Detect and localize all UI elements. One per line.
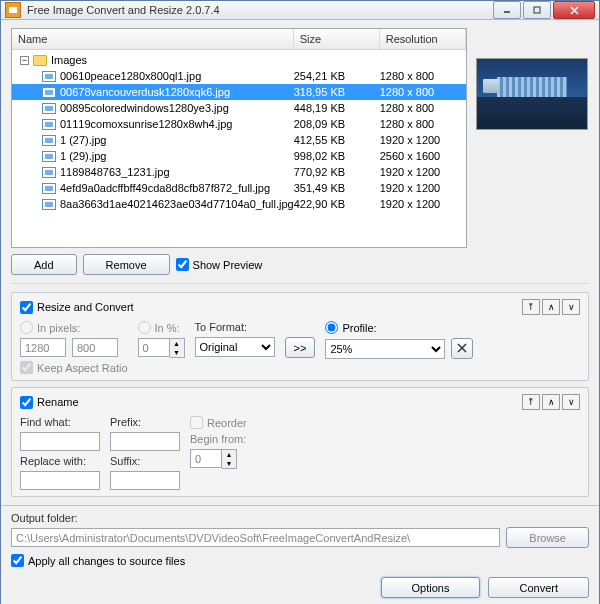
table-row[interactable]: 01119comoxsunrise1280x8wh4.jpg208,09 KB1… xyxy=(12,116,466,132)
apply-all-checkbox[interactable]: Apply all changes to source files xyxy=(11,554,589,567)
arrow-button[interactable]: >> xyxy=(285,337,316,358)
table-row[interactable]: 00895coloredwindows1280ye3.jpg448,19 KB1… xyxy=(12,100,466,116)
width-input[interactable] xyxy=(20,338,66,357)
browse-button[interactable]: Browse xyxy=(506,527,589,548)
col-header-name[interactable]: Name xyxy=(12,29,294,49)
find-what-input[interactable] xyxy=(20,432,100,451)
in-pixels-radio[interactable]: In pixels: xyxy=(20,321,128,334)
svg-rect-1 xyxy=(534,7,540,13)
file-size: 208,09 KB xyxy=(294,118,380,130)
file-size: 448,19 KB xyxy=(294,102,380,114)
panel-down-button[interactable]: ∨ xyxy=(562,299,580,315)
panel-down-button[interactable]: ∨ xyxy=(562,394,580,410)
file-list[interactable]: Name Size Resolution −Images00610peace12… xyxy=(11,28,467,248)
resize-convert-checkbox[interactable]: Resize and Convert xyxy=(20,301,134,314)
file-name: 00610peace1280x800ql1.jpg xyxy=(60,70,201,82)
file-res: 1920 x 1200 xyxy=(380,182,466,194)
panel-top-button[interactable]: ⤒ xyxy=(522,299,540,315)
image-file-icon xyxy=(42,87,56,98)
file-res: 1280 x 800 xyxy=(380,70,466,82)
file-res: 1280 x 800 xyxy=(380,118,466,130)
file-size: 770,92 KB xyxy=(294,166,380,178)
file-size: 998,02 KB xyxy=(294,150,380,162)
file-size: 422,90 KB xyxy=(294,198,380,210)
image-file-icon xyxy=(42,119,56,130)
file-size: 254,21 KB xyxy=(294,70,380,82)
table-row[interactable]: 00678vancouverdusk1280xqk6.jpg318,95 KB1… xyxy=(12,84,466,100)
file-name: 1 (29).jpg xyxy=(60,150,106,162)
file-res: 1920 x 1200 xyxy=(380,198,466,210)
options-button[interactable]: Options xyxy=(381,577,481,598)
to-format-label: To Format: xyxy=(195,321,275,333)
file-res: 1920 x 1200 xyxy=(380,166,466,178)
rename-checkbox[interactable]: Rename xyxy=(20,396,79,409)
app-icon xyxy=(5,2,21,18)
height-input[interactable] xyxy=(72,338,118,357)
spin-down-icon[interactable]: ▼ xyxy=(170,348,184,357)
profile-delete-button[interactable] xyxy=(451,338,473,359)
file-res: 2560 x 1600 xyxy=(380,150,466,162)
image-file-icon xyxy=(42,71,56,82)
output-folder-input[interactable] xyxy=(11,528,500,547)
suffix-input[interactable] xyxy=(110,471,180,490)
file-size: 412,55 KB xyxy=(294,134,380,146)
image-file-icon xyxy=(42,135,56,146)
reorder-checkbox[interactable]: Reorder xyxy=(190,416,247,429)
panel-up-button[interactable]: ∧ xyxy=(542,299,560,315)
image-file-icon xyxy=(42,199,56,210)
file-res: 1280 x 800 xyxy=(380,102,466,114)
file-name: 1 (27).jpg xyxy=(60,134,106,146)
panel-up-button[interactable]: ∧ xyxy=(542,394,560,410)
percent-input[interactable] xyxy=(138,338,170,357)
image-file-icon xyxy=(42,103,56,114)
spin-up-icon[interactable]: ▲ xyxy=(222,450,236,459)
image-file-icon xyxy=(42,167,56,178)
file-size: 351,49 KB xyxy=(294,182,380,194)
table-row[interactable]: 1 (29).jpg998,02 KB2560 x 1600 xyxy=(12,148,466,164)
folder-label: Images xyxy=(51,54,87,66)
panel-top-button[interactable]: ⤒ xyxy=(522,394,540,410)
in-percent-radio[interactable]: In %: xyxy=(138,321,185,334)
begin-from-input[interactable] xyxy=(190,449,222,468)
file-name: 1189848763_1231.jpg xyxy=(60,166,170,178)
replace-with-label: Replace with: xyxy=(20,455,100,467)
add-button[interactable]: Add xyxy=(11,254,77,275)
preview-pane xyxy=(475,28,589,248)
file-name: 8aa3663d1ae40214623ae034d77104a0_full.jp… xyxy=(60,198,294,210)
output-folder-label: Output folder: xyxy=(11,512,589,524)
find-what-label: Find what: xyxy=(20,416,100,428)
keep-aspect-checkbox[interactable]: Keep Aspect Ratio xyxy=(20,361,128,374)
table-row[interactable]: 00610peace1280x800ql1.jpg254,21 KB1280 x… xyxy=(12,68,466,84)
file-name: 01119comoxsunrise1280x8wh4.jpg xyxy=(60,118,232,130)
table-row[interactable]: 8aa3663d1ae40214623ae034d77104a0_full.jp… xyxy=(12,196,466,212)
prefix-input[interactable] xyxy=(110,432,180,451)
preview-image xyxy=(476,58,588,130)
replace-with-input[interactable] xyxy=(20,471,100,490)
table-row[interactable]: 4efd9a0adcffbff49cda8d8cfb87f872_full.jp… xyxy=(12,180,466,196)
spin-down-icon[interactable]: ▼ xyxy=(222,459,236,468)
convert-button[interactable]: Convert xyxy=(488,577,589,598)
col-header-res[interactable]: Resolution xyxy=(380,29,466,49)
table-row[interactable]: 1189848763_1231.jpg770,92 KB1920 x 1200 xyxy=(12,164,466,180)
close-button[interactable] xyxy=(553,1,595,19)
profile-select[interactable]: 25% xyxy=(325,339,445,359)
remove-button[interactable]: Remove xyxy=(83,254,170,275)
maximize-button[interactable] xyxy=(523,1,551,19)
table-row[interactable]: 1 (27).jpg412,55 KB1920 x 1200 xyxy=(12,132,466,148)
file-res: 1920 x 1200 xyxy=(380,134,466,146)
file-name: 4efd9a0adcffbff49cda8d8cfb87f872_full.jp… xyxy=(60,182,270,194)
folder-icon xyxy=(33,55,47,66)
tree-toggle-icon[interactable]: − xyxy=(20,56,29,65)
spin-up-icon[interactable]: ▲ xyxy=(170,339,184,348)
file-res: 1280 x 800 xyxy=(380,86,466,98)
minimize-button[interactable] xyxy=(493,1,521,19)
file-name: 00678vancouverdusk1280xqk6.jpg xyxy=(60,86,230,98)
show-preview-checkbox[interactable]: Show Preview xyxy=(176,258,263,271)
window-title: Free Image Convert and Resize 2.0.7.4 xyxy=(27,4,493,16)
format-select[interactable]: Original xyxy=(195,337,275,357)
profile-radio[interactable]: Profile: xyxy=(325,321,473,334)
col-header-size[interactable]: Size xyxy=(294,29,380,49)
prefix-label: Prefix: xyxy=(110,416,180,428)
image-file-icon xyxy=(42,151,56,162)
begin-from-label: Begin from: xyxy=(190,433,247,445)
